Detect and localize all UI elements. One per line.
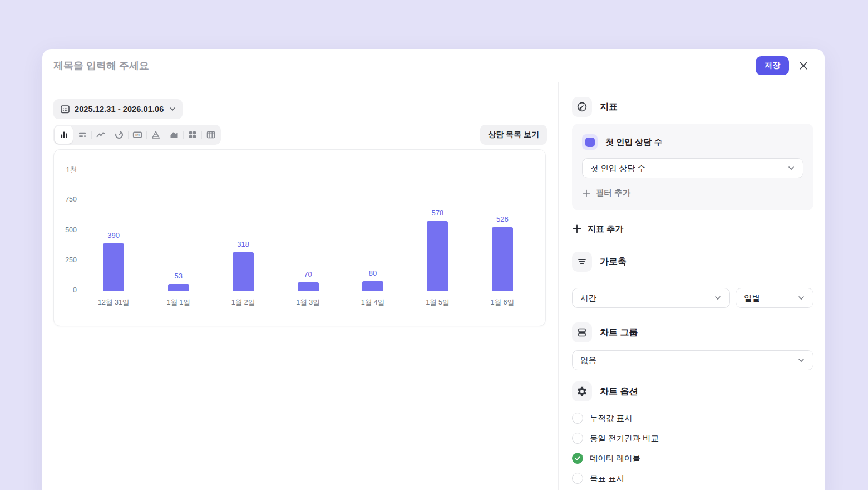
gridline — [81, 170, 535, 170]
metric-select[interactable]: 첫 인입 상담 수 — [582, 158, 803, 178]
bar-value-label: 53 — [156, 272, 201, 280]
x-axis-granularity-value: 일별 — [744, 293, 797, 303]
option-compare-previous[interactable]: 동일 전기간과 비교 — [572, 432, 813, 444]
gridline — [81, 231, 535, 231]
calendar-icon — [60, 104, 70, 114]
save-button[interactable]: 저장 — [756, 56, 789, 75]
x-axis-section-head: 가로축 — [572, 252, 813, 272]
chart-type-grid[interactable] — [183, 126, 201, 144]
check-icon — [574, 455, 581, 462]
line-chart-icon — [96, 130, 106, 140]
chart-type-donut[interactable] — [110, 126, 128, 144]
x-axis-dimension-select[interactable]: 시간 — [572, 288, 730, 308]
bar — [168, 284, 189, 291]
metric-section-title: 지표 — [600, 101, 618, 113]
chart-type-vertical-bar[interactable] — [55, 126, 73, 144]
funnel-chart-icon — [151, 130, 161, 140]
modal-body: 2025.12.31 - 2026.01.06 — [42, 82, 825, 490]
metric-card: 첫 인입 상담 수 첫 인입 상담 수 필터 추가 — [572, 124, 813, 210]
chart-type-line[interactable] — [91, 126, 110, 144]
controls-row: 09 — [53, 125, 547, 145]
bar — [362, 281, 383, 291]
x-axis-controls: 시간 일별 — [572, 280, 813, 308]
x-axis-dimension-value: 시간 — [580, 293, 714, 303]
x-tick-label: 1월 4일 — [348, 298, 398, 307]
metric-section-head: 지표 — [572, 97, 813, 117]
metric-name: 첫 인입 상담 수 — [605, 137, 663, 148]
add-filter-label: 필터 추가 — [596, 188, 630, 198]
chevron-down-icon — [714, 294, 722, 302]
gear-icon — [572, 381, 592, 401]
y-tick-label: 250 — [54, 256, 77, 264]
date-range-value: 2025.12.31 - 2026.01.06 — [75, 105, 164, 114]
option-cumulative[interactable]: 누적값 표시 — [572, 412, 813, 424]
x-tick-label: 1월 2일 — [218, 298, 268, 307]
bar-value-label: 318 — [221, 240, 265, 248]
gridline — [81, 261, 535, 261]
option-data-labels[interactable]: 데이터 레이블 — [572, 452, 813, 464]
bar-value-label: 578 — [415, 209, 460, 217]
bar — [427, 221, 448, 291]
chart-type-horizontal-bar[interactable] — [73, 126, 91, 144]
option-show-target[interactable]: 목표 표시 — [572, 472, 813, 484]
title-input[interactable]: 제목을 입력해 주세요 — [53, 59, 756, 72]
date-range-picker[interactable]: 2025.12.31 - 2026.01.06 — [53, 99, 183, 119]
x-tick-label: 1월 6일 — [477, 298, 527, 307]
add-metric-button[interactable]: 지표 추가 — [572, 224, 623, 234]
plus-icon — [572, 224, 582, 234]
table-chart-icon — [206, 130, 216, 140]
chart-options-list: 누적값 표시 동일 전기간과 비교 데이터 레이블 — [572, 412, 813, 484]
svg-text:09: 09 — [135, 133, 140, 137]
chart-builder-modal: 제목을 입력해 주세요 저장 2025.12.31 - 2026.01.06 — [42, 49, 825, 490]
bar-value-label: 80 — [351, 269, 395, 277]
gridline — [81, 291, 535, 291]
bar — [492, 227, 513, 291]
chart-group-select[interactable]: 없음 — [572, 350, 813, 370]
option-label: 누적값 표시 — [590, 413, 633, 424]
donut-chart-icon — [114, 130, 124, 140]
chevron-down-icon — [797, 356, 805, 364]
metric-color-swatch[interactable] — [585, 138, 595, 147]
metric-select-value: 첫 인입 상담 수 — [590, 163, 787, 174]
option-label: 데이터 레이블 — [590, 453, 640, 464]
chart-type-toolbar: 09 — [53, 125, 221, 145]
add-metric-label: 지표 추가 — [588, 224, 623, 234]
chart-preview-pane: 2025.12.31 - 2026.01.06 — [42, 82, 558, 490]
metric-color-halo — [582, 134, 598, 150]
chart-type-number[interactable]: 09 — [128, 126, 146, 144]
horizontal-bar-chart-icon — [77, 130, 87, 140]
y-tick-label: 750 — [54, 195, 77, 203]
area-chart-icon — [169, 130, 179, 140]
options-section-head: 차트 옵션 — [572, 381, 813, 401]
x-tick-label: 1월 5일 — [412, 298, 462, 307]
group-section-head: 차트 그룹 — [572, 322, 813, 342]
options-section-title: 차트 옵션 — [600, 386, 638, 398]
chart-group-value: 없음 — [580, 355, 797, 366]
horizontal-lines-icon — [572, 252, 592, 272]
plus-icon — [582, 189, 591, 198]
group-section-title: 차트 그룹 — [600, 327, 638, 339]
chart-type-table[interactable] — [201, 126, 220, 144]
number-chart-icon: 09 — [132, 130, 142, 140]
option-label: 목표 표시 — [590, 473, 624, 484]
bar-value-label: 70 — [286, 270, 331, 278]
gauge-icon — [572, 97, 592, 117]
add-filter-button[interactable]: 필터 추가 — [582, 188, 630, 198]
view-consult-list-button[interactable]: 상담 목록 보기 — [480, 125, 547, 145]
x-axis-granularity-select[interactable]: 일별 — [736, 288, 813, 308]
settings-sidebar: 지표 첫 인입 상담 수 첫 인입 상담 수 — [558, 82, 825, 490]
chart-type-funnel[interactable] — [146, 126, 165, 144]
chevron-down-icon — [797, 294, 805, 302]
checkbox — [572, 433, 583, 444]
x-axis-section-title: 가로축 — [600, 256, 627, 268]
chart-card: 02505007501천39012월 31일531월 1일3181월 2일701… — [53, 149, 546, 326]
modal-header: 제목을 입력해 주세요 저장 — [42, 49, 825, 82]
stacked-rows-icon — [572, 322, 592, 342]
checkbox — [572, 413, 583, 424]
close-button[interactable] — [798, 60, 809, 71]
chart-type-area[interactable] — [165, 126, 183, 144]
option-label: 동일 전기간과 비교 — [590, 433, 659, 444]
checkbox — [572, 473, 583, 484]
x-tick-label: 1월 1일 — [154, 298, 204, 307]
vertical-bar-chart-icon — [59, 130, 69, 140]
